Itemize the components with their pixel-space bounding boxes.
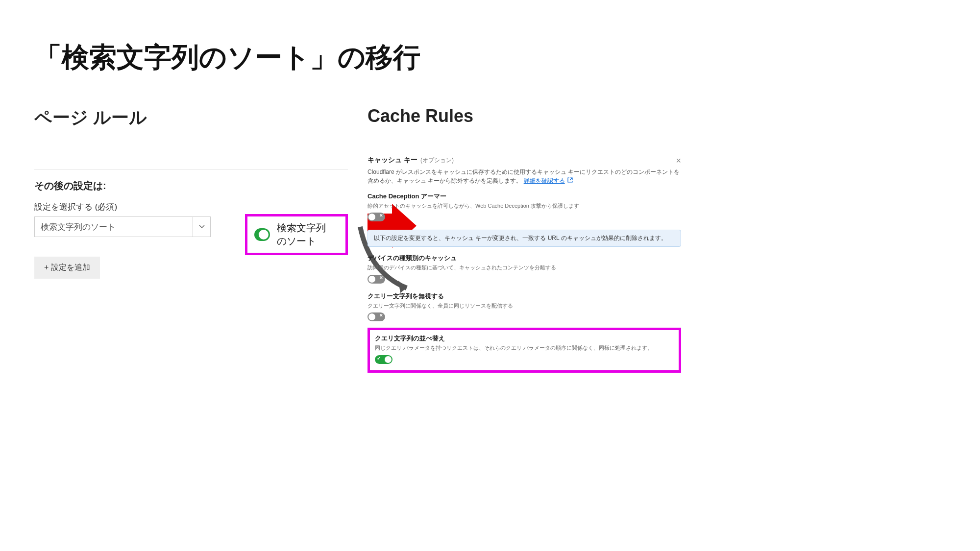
chevron-down-icon xyxy=(193,217,210,237)
sort-query-toggle-right[interactable] xyxy=(375,355,392,364)
settings-subheading: その後の設定は: xyxy=(34,179,348,192)
details-link[interactable]: 詳細を確認する xyxy=(524,177,565,184)
cache-deception-desc: 静的アセットのキャッシュを許可しながら、Web Cache Deception … xyxy=(368,202,681,210)
cache-key-warning-banner: 以下の設定を変更すると、キャッシュ キーが変更され、一致する URL のキャッシ… xyxy=(368,230,681,247)
external-link-icon xyxy=(567,176,573,185)
device-type-desc: 訪問者のデバイスの種類に基づいて、キャッシュされたコンテンツを分離する xyxy=(368,264,681,271)
select-value: 検索文字列のソート xyxy=(35,221,193,233)
cache-deception-toggle[interactable] xyxy=(368,213,385,221)
cache-rules-column: Cache Rules × キャッシュ キー (オプション) Cloudflar… xyxy=(368,106,946,373)
sort-query-toggle-highlight: 検索文字列のソート xyxy=(245,214,348,255)
page-rules-heading: ページ ルール xyxy=(34,106,348,130)
cache-key-optional: (オプション) xyxy=(420,156,454,165)
device-type-title: デバイスの種類別のキャッシュ xyxy=(368,254,681,263)
setting-select[interactable]: 検索文字列のソート xyxy=(34,216,211,237)
device-type-cache-setting: デバイスの種類別のキャッシュ 訪問者のデバイスの種類に基づいて、キャッシュされた… xyxy=(368,254,681,285)
cache-deception-title: Cache Deception アーマー xyxy=(368,192,681,201)
add-setting-button[interactable]: + 設定を追加 xyxy=(34,257,100,279)
page-title: 「検索文字列のソート」の移行 xyxy=(34,39,946,76)
sort-query-string-highlight: クエリ文字列の並べ替え 同じクエリ パラメータを持つリクエストは、それらのクエリ… xyxy=(368,328,681,372)
cache-key-title: キャッシュ キー xyxy=(368,156,417,165)
page-rules-column: ページ ルール その後の設定は: 設定を選択する (必須) 検索文字列のソート … xyxy=(34,106,348,373)
close-icon[interactable]: × xyxy=(676,156,681,166)
ignore-query-string-setting: クエリー文字列を無視する クエリー文字列に関係なく、全員に同じリソースを配信する xyxy=(368,292,681,323)
sort-query-desc: 同じクエリ パラメータを持つリクエストは、それらのクエリ パラメータの順序に関係… xyxy=(375,344,674,352)
ignore-query-title: クエリー文字列を無視する xyxy=(368,292,681,301)
ignore-query-toggle[interactable] xyxy=(368,312,385,321)
cache-key-description: Cloudflare がレスポンスをキャッシュに保存するために使用するキャッシュ… xyxy=(368,168,681,185)
select-label: 設定を選択する (必須) xyxy=(34,201,348,213)
ignore-query-desc: クエリー文字列に関係なく、全員に同じリソースを配信する xyxy=(368,302,681,310)
cache-rules-heading: Cache Rules xyxy=(368,106,946,126)
cache-key-panel: × キャッシュ キー (オプション) Cloudflare がレスポンスをキャッ… xyxy=(368,156,681,373)
cache-deception-setting: Cache Deception アーマー 静的アセットのキャッシュを許可しながら… xyxy=(368,192,681,223)
device-type-toggle[interactable] xyxy=(368,275,385,284)
sort-query-toggle-label: 検索文字列のソート xyxy=(277,221,335,248)
sort-query-title: クエリ文字列の並べ替え xyxy=(375,334,674,343)
sort-query-toggle[interactable] xyxy=(254,228,270,241)
